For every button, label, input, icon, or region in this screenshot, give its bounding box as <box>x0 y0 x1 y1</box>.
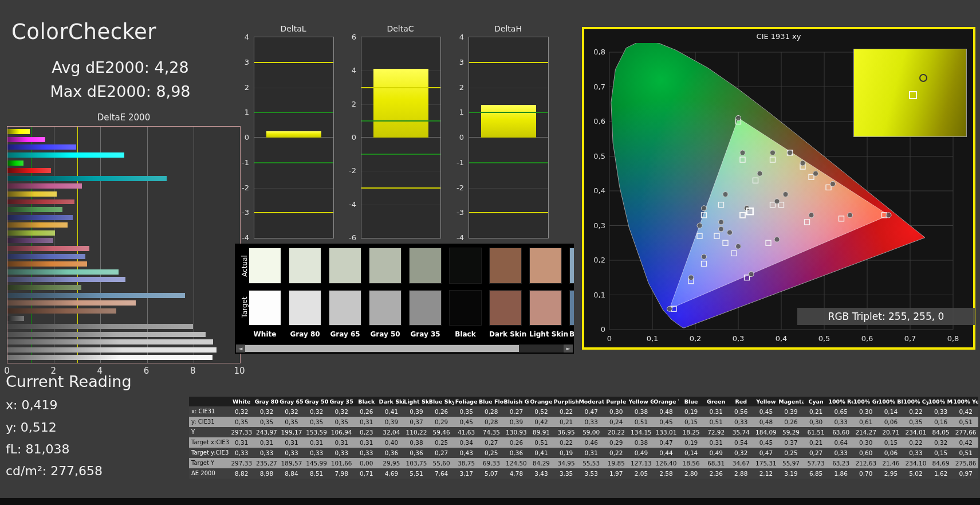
svg-text:0,6: 0,6 <box>593 117 605 126</box>
swatch-column: Blue Sky <box>569 248 574 338</box>
deltae-bar-row <box>7 354 240 362</box>
swatch-actual[interactable] <box>569 248 574 284</box>
deltaL-bar <box>266 131 322 138</box>
deltae-bar-row <box>7 214 240 222</box>
deltae-bar <box>7 215 73 220</box>
svg-text:0,5: 0,5 <box>593 152 605 160</box>
deltaC-chart: DeltaC 6420-2-4-6 <box>343 24 441 251</box>
swatch-target[interactable] <box>449 290 482 326</box>
y-tick-label: 4 <box>245 33 249 41</box>
swatch-actual[interactable] <box>369 248 402 284</box>
swatch-actual[interactable] <box>449 248 482 284</box>
deltae-bar-row <box>7 323 240 331</box>
x-tick-label: 10 <box>234 366 245 376</box>
deltae-bar <box>7 347 217 353</box>
table-row: Target x:CIE310,310,310,310,310,310,310,… <box>189 437 978 448</box>
x-tick-label: 8 <box>190 366 196 376</box>
swatch-column: Black <box>449 248 482 338</box>
deltae-bar-row <box>7 221 240 229</box>
swatch-target[interactable] <box>249 290 281 326</box>
swatch-actual[interactable] <box>529 248 562 284</box>
x-tick-label: 6 <box>144 366 149 376</box>
swatch-target[interactable] <box>369 290 402 326</box>
swatch-actual[interactable] <box>489 248 522 284</box>
swatch-scrollbar[interactable]: ◄ ► <box>236 345 573 353</box>
deltae-bar <box>7 246 89 251</box>
y-tick-label: 3 <box>459 57 464 66</box>
swatch-actual[interactable] <box>329 248 361 284</box>
deltae-bar-row <box>7 276 240 284</box>
y-tick-label: 4 <box>459 33 464 41</box>
deltae-bar-row <box>7 206 240 214</box>
swatch-row-label-target: Target <box>241 287 249 327</box>
deltae-plot <box>7 126 241 363</box>
svg-text:0,5: 0,5 <box>818 334 831 343</box>
scroll-right-button[interactable]: ► <box>564 345 573 353</box>
y-tick-label: -2 <box>456 183 464 191</box>
scrollbar-thumb[interactable] <box>245 345 519 352</box>
deltae-bar-row <box>7 245 240 253</box>
swatch-target[interactable] <box>289 290 321 326</box>
deltae-bar <box>7 269 119 275</box>
deltae-bar-row <box>7 346 240 354</box>
deltae-bar-row <box>7 330 240 338</box>
scrollbar-track[interactable] <box>245 345 564 353</box>
swatch-label: Gray 50 <box>369 330 402 338</box>
swatch-target[interactable] <box>409 290 442 326</box>
deltae-bar <box>7 277 125 282</box>
svg-text:0,3: 0,3 <box>593 221 605 230</box>
deltaH-plot <box>469 37 549 238</box>
swatch-label: Gray 65 <box>329 330 361 338</box>
swatch-label: Light Skin <box>529 330 562 338</box>
deltae-bar-row <box>7 128 240 136</box>
deltae-bar <box>7 332 206 337</box>
y-tick-label: -3 <box>456 208 464 217</box>
swatch-target[interactable] <box>529 290 562 326</box>
deltaL-title: DeltaL <box>254 24 333 33</box>
swatch-label: Gray 80 <box>289 330 321 338</box>
deltaH-chart: DeltaH 43210-1-2-3-4 <box>450 24 549 251</box>
deltae-bar-row <box>7 182 240 190</box>
deltae-bar-row <box>7 190 240 198</box>
swatch-label: Black <box>449 330 482 338</box>
avg-de2000: Avg dE2000: 4,28 <box>17 58 223 76</box>
deltae-bar <box>7 222 68 228</box>
y-tick-label: 0 <box>245 133 249 142</box>
deltae-bar-row <box>7 299 240 307</box>
deltae-bar <box>7 238 53 243</box>
deltae2000-chart: DeltaE 2000 0246810 <box>7 112 241 382</box>
y-tick-label: -6 <box>349 233 356 242</box>
scroll-left-button[interactable]: ◄ <box>236 345 245 353</box>
cie-title: CIE 1931 xy <box>584 32 973 41</box>
deltaL-plot <box>254 37 334 238</box>
svg-text:0,1: 0,1 <box>647 334 659 343</box>
deltae-bar <box>7 254 85 259</box>
cie-1931-panel[interactable]: CIE 1931 xy 000,10,10,20,20,30,30,40,40,… <box>582 27 975 350</box>
swatch-column: Light Skin <box>529 248 562 338</box>
swatch-column: White <box>249 248 281 338</box>
svg-text:0,4: 0,4 <box>776 334 788 343</box>
swatch-actual[interactable] <box>289 248 321 284</box>
svg-text:0,7: 0,7 <box>904 334 916 343</box>
deltae-bar-row <box>7 307 240 315</box>
deltae-bar-row <box>7 237 240 245</box>
swatch-target[interactable] <box>329 290 361 326</box>
svg-text:0,7: 0,7 <box>593 83 605 91</box>
swatch-actual[interactable] <box>409 248 442 284</box>
deltae-bar-row <box>7 253 240 261</box>
swatch-label: Gray 35 <box>409 330 442 338</box>
deltae-bar-row <box>7 175 240 183</box>
deltae-bar <box>7 207 62 212</box>
swatch-label: Dark Skin <box>489 330 522 338</box>
deltae-bar-row <box>7 315 240 323</box>
deltae-bar <box>7 152 124 158</box>
deltae-bar <box>7 183 82 189</box>
y-tick-label: 1 <box>459 108 464 116</box>
swatch-target[interactable] <box>489 290 522 326</box>
colorchecker-app: ColorChecker Avg dE2000: 4,28 Max dE2000… <box>0 0 980 505</box>
swatch-target[interactable] <box>569 290 574 326</box>
y-tick-label: 2 <box>352 99 356 108</box>
deltaL-ticks: 43210-1-2-3-4 <box>235 37 251 237</box>
current-reading-title: Current Reading <box>6 373 132 390</box>
swatch-actual[interactable] <box>249 248 281 284</box>
